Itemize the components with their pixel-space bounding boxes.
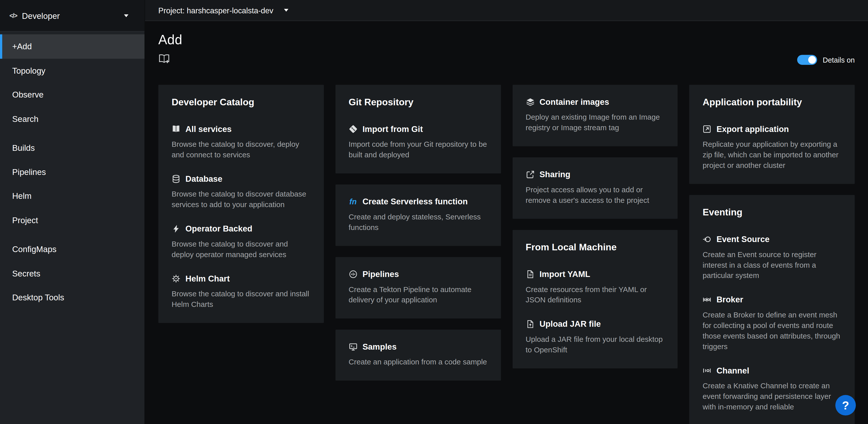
item-description: Create resources from their YAML or JSON… (526, 284, 664, 305)
details-toggle-switch[interactable] (797, 55, 817, 65)
item-title: Helm Chart (185, 273, 229, 284)
card-eventing: Eventing Event Source Create an Event so… (689, 195, 855, 424)
item-title: Import from Git (363, 124, 423, 134)
card-serverless-function: fn Create Serverless function Create and… (335, 185, 501, 246)
cards-column-3: Container images Deploy an existing Imag… (513, 85, 678, 368)
export-icon (703, 124, 712, 133)
item-title: Create Serverless function (363, 196, 468, 206)
catalog-book-icon (172, 124, 180, 133)
card-git-repository: Git Repository Import from Git Import co… (335, 85, 501, 173)
item-description: Create a Tekton Pipeline to automate del… (349, 284, 488, 305)
bolt-icon (172, 224, 180, 233)
sidebar-item-secrets[interactable]: Secrets (0, 261, 145, 285)
sidebar-item-helm[interactable]: Helm (0, 184, 145, 208)
item-title: All services (185, 124, 231, 134)
book-plus-icon (158, 54, 170, 66)
event-source-icon (703, 234, 712, 243)
add-item-create-serverless-function[interactable]: fn Create Serverless function Create and… (349, 196, 488, 232)
add-item-pipelines[interactable]: Pipelines Create a Tekton Pipeline to au… (349, 269, 488, 305)
getting-started-button[interactable] (158, 54, 170, 66)
share-icon (526, 170, 534, 179)
cards-column-2: Git Repository Import from Git Import co… (335, 85, 501, 380)
card-samples: Samples Create an application from a cod… (335, 330, 501, 380)
sidebar-nav: +Add Topology Observe Search Builds Pipe… (0, 32, 145, 314)
sidebar-item-observe[interactable]: Observe (0, 82, 145, 107)
caret-down-icon (284, 9, 288, 11)
sidebar-item-topology[interactable]: Topology (0, 59, 145, 83)
nav-group-config: ConfigMaps Secrets Desktop Tools (0, 237, 145, 309)
item-description: Browse the catalog to discover and deplo… (172, 239, 310, 260)
add-item-sharing[interactable]: Sharing Project access allows you to add… (526, 169, 664, 205)
database-icon (172, 174, 180, 183)
main-area: Project: harshcasper-localsta-dev Add (145, 0, 868, 424)
cards-column-4: Application portability Export applicati… (689, 85, 855, 424)
card-title: Git Repository (349, 96, 488, 109)
add-item-helm-chart[interactable]: Helm Chart Browse the catalog to discove… (172, 273, 310, 310)
app-window: </> Developer +Add Topology Observe Sear… (0, 0, 868, 424)
item-description: Create an application from a code sample (349, 357, 488, 367)
details-toggle[interactable]: Details on (797, 55, 855, 65)
item-description: Replicate your application by exporting … (703, 139, 842, 171)
item-title: Upload JAR file (539, 318, 601, 329)
item-title: Broker (717, 294, 743, 305)
sidebar-item-pipelines[interactable]: Pipelines (0, 160, 145, 184)
caret-down-icon (124, 14, 129, 17)
nav-group-main: +Add Topology Observe Search (0, 34, 145, 131)
card-title: Eventing (703, 206, 842, 219)
add-item-import-from-git[interactable]: Import from Git Import code from your Gi… (349, 124, 488, 160)
item-title: Container images (539, 96, 609, 107)
project-selector[interactable]: Project: harshcasper-localsta-dev (158, 6, 288, 15)
add-item-samples[interactable]: Samples Create an application from a cod… (349, 341, 488, 367)
file-icon (526, 270, 534, 278)
git-icon (349, 124, 358, 133)
sidebar: </> Developer +Add Topology Observe Sear… (0, 0, 145, 424)
code-icon: </> (9, 12, 17, 19)
card-application-portability: Application portability Export applicati… (689, 85, 855, 184)
item-description: Project access allows you to add or remo… (526, 185, 664, 205)
item-description: Browse the catalog to discover, deploy a… (172, 139, 310, 160)
card-sharing: Sharing Project access allows you to add… (513, 157, 678, 219)
sidebar-item-desktop-tools[interactable]: Desktop Tools (0, 285, 145, 309)
sidebar-item-add[interactable]: +Add (0, 34, 145, 59)
item-description: Create a Knative Channel to create an ev… (703, 380, 842, 412)
toggle-knob (808, 56, 816, 64)
item-description: Create a Broker to define an event mesh … (703, 310, 842, 352)
item-description: Create and deploy stateless, Serverless … (349, 211, 488, 233)
project-selector-label: Project: harshcasper-localsta-dev (158, 6, 273, 15)
card-title: From Local Machine (526, 242, 664, 254)
pipelines-icon (349, 270, 358, 278)
add-item-export-application[interactable]: Export application Replicate your applic… (703, 124, 842, 171)
add-cards-grid: Developer Catalog All services Browse th… (158, 85, 855, 424)
item-title: Event Source (717, 234, 770, 244)
sidebar-item-configmaps[interactable]: ConfigMaps (0, 237, 145, 261)
sidebar-item-builds[interactable]: Builds (0, 136, 145, 160)
item-title: Database (185, 173, 222, 184)
sidebar-item-search[interactable]: Search (0, 107, 145, 131)
add-item-broker[interactable]: Broker Create a Broker to define an even… (703, 294, 842, 351)
add-item-operator-backed[interactable]: Operator Backed Browse the catalog to di… (172, 223, 310, 260)
perspective-switcher[interactable]: </> Developer (0, 0, 145, 32)
add-item-container-images[interactable]: Container images Deploy an existing Imag… (526, 96, 664, 133)
card-title: Developer Catalog (172, 96, 310, 109)
add-item-upload-jar-file[interactable]: Upload JAR file Upload a JAR file from y… (526, 318, 664, 355)
item-description: Upload a JAR file from your local deskto… (526, 334, 664, 355)
add-item-event-source[interactable]: Event Source Create an Event source to r… (703, 234, 842, 281)
card-container-images: Container images Deploy an existing Imag… (513, 85, 678, 146)
details-toggle-label: Details on (823, 56, 855, 64)
add-item-all-services[interactable]: All services Browse the catalog to disco… (172, 124, 310, 160)
add-item-channel[interactable]: Channel Create a Knative Channel to crea… (703, 365, 842, 412)
help-button[interactable]: ? (835, 395, 856, 416)
layers-icon (526, 97, 534, 106)
perspective-label: Developer (22, 11, 60, 20)
add-page: Add Details on (145, 21, 868, 424)
samples-monitor-icon (349, 342, 358, 351)
card-from-local-machine: From Local Machine Import YAML Create re… (513, 230, 678, 368)
item-description: Deploy an existing Image from an Image r… (526, 112, 664, 133)
card-title: Application portability (703, 96, 842, 109)
add-item-import-yaml[interactable]: Import YAML Create resources from their … (526, 269, 664, 305)
sidebar-item-project[interactable]: Project (0, 208, 145, 232)
item-description: Browse the catalog to discover and insta… (172, 288, 310, 310)
add-item-database[interactable]: Database Browse the catalog to discover … (172, 173, 310, 210)
item-title: Operator Backed (185, 223, 252, 234)
item-title: Export application (717, 124, 789, 134)
